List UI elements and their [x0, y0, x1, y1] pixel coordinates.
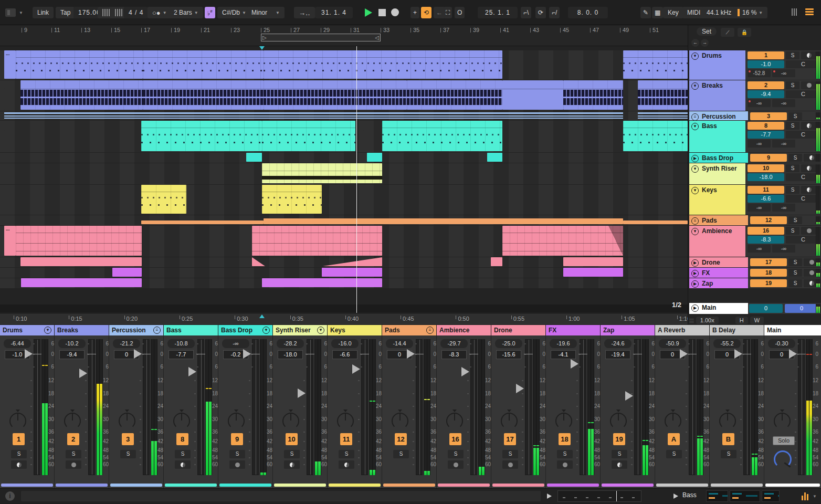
loop-length-field[interactable]: 8. 0. 0	[568, 7, 608, 18]
fader-value[interactable]: -18.0	[278, 350, 303, 359]
track-header-bass[interactable]: ▼Bass8S-7.7C-∞-∞	[689, 121, 821, 152]
device-chain-play-icon[interactable]	[673, 494, 678, 499]
crossfade-assign[interactable]	[329, 484, 381, 487]
solo-button[interactable]: S	[339, 450, 354, 458]
fader-value[interactable]: -7.7	[169, 350, 194, 359]
computer-keyboard-icon[interactable]: ▦	[652, 7, 663, 18]
volume-box[interactable]: -8.3	[748, 236, 784, 244]
fold-icon[interactable]: ▼	[691, 82, 699, 90]
volume-box[interactable]: -9.4	[748, 90, 784, 98]
solo-button[interactable]: S	[788, 279, 802, 287]
pan-knob[interactable]	[227, 412, 246, 430]
audition-icon[interactable]: 𝄙	[689, 317, 694, 324]
strip-number[interactable]: 18	[559, 433, 571, 445]
fader-track[interactable]	[634, 339, 641, 475]
crossfade-assign[interactable]	[219, 484, 271, 487]
follow-icon[interactable]: →‥	[294, 7, 315, 18]
clip[interactable]	[264, 50, 502, 79]
horizontal-scrollbar[interactable]: 1/2	[0, 304, 688, 312]
clip[interactable]	[16, 226, 142, 256]
pan-knob[interactable]	[664, 412, 682, 430]
solo-button[interactable]: S	[557, 450, 573, 458]
lane-drums[interactable]: ...	[0, 50, 688, 80]
clip[interactable]	[20, 257, 142, 266]
crossfade-assign[interactable]	[383, 484, 435, 487]
zoom-level-button[interactable]: 1.00x	[696, 317, 719, 324]
solo-button[interactable]: S	[786, 186, 799, 194]
peak-level[interactable]: -14.4	[386, 339, 413, 348]
key-toggle-icon[interactable]: ♭#	[205, 7, 215, 18]
lane-fx[interactable]	[0, 268, 688, 278]
fader-value[interactable]: -6.6	[332, 350, 357, 359]
fold-icon[interactable]: ▼	[691, 228, 699, 235]
solo-button[interactable]: S	[175, 450, 191, 458]
strip-number[interactable]: 10	[286, 433, 298, 445]
clip[interactable]	[112, 268, 142, 277]
cue-volume-knob[interactable]	[774, 450, 792, 468]
track-number[interactable]: 17	[750, 258, 787, 266]
clip[interactable]	[264, 80, 407, 110]
beat-time-ruler[interactable]: 9111315171921232527293133353739414345474…	[0, 25, 688, 46]
clip[interactable]: ...	[4, 226, 16, 256]
clip[interactable]: ...	[4, 50, 16, 79]
groove-icon[interactable]: ○●▼	[148, 7, 172, 18]
clip[interactable]	[623, 50, 688, 79]
lane-bass-drop[interactable]	[0, 153, 688, 163]
crossfade-assign[interactable]	[492, 484, 544, 487]
strip-header[interactable]: Drone	[491, 325, 545, 335]
lane-breaks[interactable]	[0, 80, 688, 111]
peak-level[interactable]: -55.2	[713, 339, 741, 348]
lock-icon[interactable]: 🔒	[738, 28, 751, 37]
crossfade-assign[interactable]	[602, 484, 654, 487]
time-ruler[interactable]: 0:100:150:200:250:300:350:400:450:500:55…	[0, 313, 688, 324]
lane-percussion[interactable]	[0, 111, 688, 120]
key-note-menu[interactable]: C#/Db▼	[217, 7, 251, 18]
clip[interactable]	[252, 257, 265, 266]
crossfade-assign[interactable]	[165, 484, 217, 487]
arm-button[interactable]	[339, 460, 354, 469]
zoom-width-button[interactable]: W	[750, 317, 764, 324]
strip-number[interactable]: A	[668, 433, 680, 445]
lane-keys[interactable]	[0, 185, 688, 215]
clip[interactable]	[367, 153, 382, 162]
tap-button[interactable]: Tap	[56, 7, 75, 18]
volume-box[interactable]: -1.0	[748, 60, 784, 68]
set-button[interactable]: Set	[697, 27, 717, 36]
play-icon[interactable]: ▶	[691, 155, 699, 162]
lane-bass[interactable]	[0, 121, 688, 152]
peak-level[interactable]: -25.0	[495, 339, 522, 348]
fader-handle[interactable]	[734, 349, 742, 359]
lane-ambience[interactable]: ...	[0, 226, 688, 257]
strip-number[interactable]: 8	[176, 433, 188, 445]
peak-level[interactable]: -50.9	[659, 339, 686, 348]
clip[interactable]	[638, 111, 688, 119]
play-icon[interactable]: ▶	[691, 270, 699, 277]
clip[interactable]	[262, 121, 355, 151]
arm-button[interactable]	[801, 81, 817, 89]
pan-knob[interactable]	[554, 412, 573, 430]
solo-button[interactable]: S	[612, 450, 627, 458]
fader-handle[interactable]	[571, 359, 578, 369]
track-header-zap[interactable]: ▶Zap19S	[689, 278, 821, 288]
fader-track[interactable]	[88, 339, 95, 475]
arm-button[interactable]	[502, 460, 518, 469]
fader-value[interactable]: -15.6	[496, 350, 521, 359]
arm-button[interactable]	[801, 227, 817, 235]
fader-handle[interactable]	[516, 384, 524, 393]
solo-button[interactable]: S	[284, 450, 300, 458]
device-thumbnail[interactable]	[730, 490, 760, 502]
arm-button[interactable]	[229, 460, 245, 469]
fader-handle[interactable]	[188, 367, 196, 376]
fold-icon[interactable]: ▼	[691, 187, 699, 194]
group-icon[interactable]: ≡	[691, 113, 699, 121]
solo-button[interactable]: S	[786, 81, 799, 89]
track-header-drums[interactable]: ▼Drums1S-1.0C-52.8-∞	[689, 50, 821, 80]
peak-level[interactable]: -0.30	[768, 339, 795, 348]
arm-button[interactable]	[66, 460, 81, 469]
play-button[interactable]	[365, 8, 372, 17]
solo-button[interactable]: S	[502, 450, 518, 458]
fader-handle[interactable]	[79, 369, 87, 378]
strip-header[interactable]: Ambience	[437, 325, 491, 335]
send-a-box[interactable]: -∞	[748, 99, 771, 107]
pan-knob[interactable]	[445, 412, 464, 430]
